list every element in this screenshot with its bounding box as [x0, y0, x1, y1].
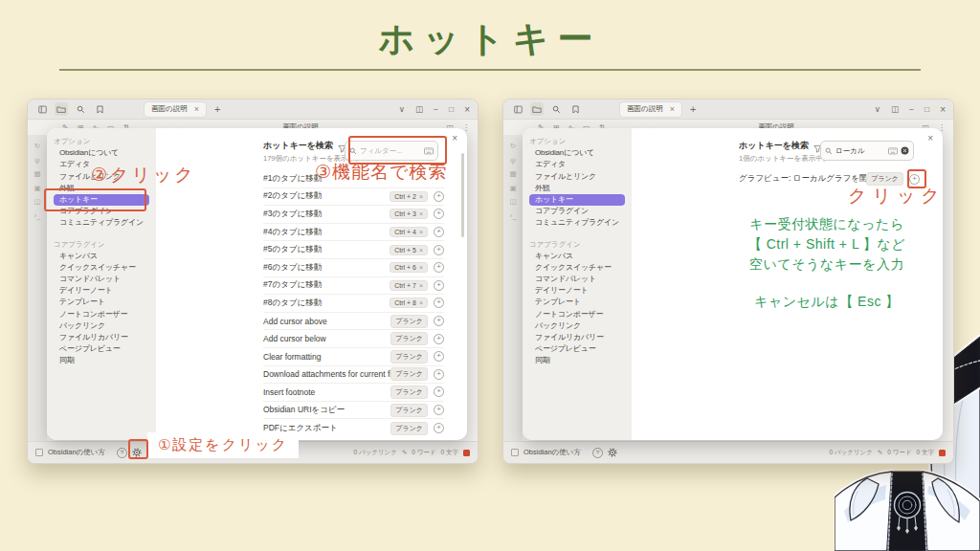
- tab-screen-description[interactable]: 画面の説明 ×: [145, 102, 206, 117]
- add-hotkey-icon[interactable]: +: [434, 386, 444, 397]
- settings-sidebar-item[interactable]: ファイルとリンク: [529, 171, 625, 183]
- graph-view-icon[interactable]: ψ: [34, 157, 39, 165]
- settings-sidebar-item[interactable]: コマンドパレット: [529, 274, 625, 285]
- daily-note-icon[interactable]: ▣: [33, 185, 40, 192]
- window-close-button[interactable]: ×: [464, 104, 470, 115]
- settings-sidebar-item[interactable]: コミュニティプラグイン: [529, 217, 625, 229]
- settings-sidebar-item[interactable]: 外観: [529, 183, 625, 194]
- help-icon[interactable]: ?: [592, 448, 603, 458]
- minimize-button[interactable]: −: [909, 104, 914, 114]
- search-icon[interactable]: [74, 102, 87, 116]
- hotkey-search-input[interactable]: ローカル: [820, 141, 914, 161]
- settings-sidebar-item[interactable]: デイリーノート: [54, 285, 149, 297]
- vault-name[interactable]: Obsidianの使い方: [48, 448, 105, 457]
- settings-sidebar-item[interactable]: ホットキー: [529, 194, 625, 206]
- add-hotkey-icon[interactable]: +: [434, 405, 444, 415]
- settings-sidebar-item[interactable]: ページプレビュー: [529, 343, 625, 355]
- settings-sidebar-item[interactable]: Obsidianについて: [54, 147, 149, 159]
- daily-note-icon[interactable]: ▣: [509, 185, 516, 192]
- terminal-icon[interactable]: ›_: [510, 212, 517, 220]
- scrollbar-thumb[interactable]: [461, 153, 464, 237]
- template-icon[interactable]: ◫: [509, 198, 516, 206]
- terminal-icon[interactable]: ›_: [34, 212, 41, 220]
- hotkey-badge[interactable]: ブランク: [390, 367, 428, 381]
- add-hotkey-icon[interactable]: +: [434, 191, 444, 202]
- hotkey-badge[interactable]: ブランク: [390, 332, 428, 345]
- add-hotkey-icon[interactable]: +: [434, 262, 444, 273]
- settings-sidebar-item[interactable]: テンプレート: [529, 297, 625, 308]
- template-icon[interactable]: ◫: [33, 198, 40, 206]
- sync-icon[interactable]: ↻: [510, 143, 516, 150]
- remove-hotkey-icon[interactable]: ×: [419, 193, 423, 200]
- add-hotkey-icon[interactable]: +: [434, 351, 444, 362]
- sidebar-toggle-icon[interactable]: [511, 102, 524, 116]
- hotkey-badge[interactable]: ブランク: [390, 386, 428, 399]
- modal-close-icon[interactable]: ×: [927, 133, 933, 143]
- settings-sidebar-item[interactable]: キャンバス: [54, 251, 149, 262]
- bookmark-icon[interactable]: [93, 102, 106, 116]
- status-backlinks[interactable]: 0 バックリンク: [830, 449, 873, 457]
- canvas-icon[interactable]: ▦: [509, 170, 516, 178]
- hotkey-badge[interactable]: Ctrl + 4×: [390, 227, 428, 237]
- settings-sidebar-item[interactable]: コマンドパレット: [54, 274, 149, 285]
- hotkey-badge[interactable]: Ctrl + 5×: [390, 245, 428, 255]
- remove-hotkey-icon[interactable]: ×: [419, 299, 423, 306]
- hotkey-badge[interactable]: Ctrl + 2×: [390, 191, 428, 202]
- new-tab-button[interactable]: +: [690, 104, 696, 115]
- status-alert-icon[interactable]: [463, 450, 470, 456]
- search-icon[interactable]: [549, 102, 563, 116]
- maximize-button[interactable]: □: [449, 104, 454, 114]
- folder-icon[interactable]: [530, 102, 544, 116]
- hotkey-badge[interactable]: Ctrl + 8×: [390, 298, 428, 308]
- sync-icon[interactable]: ↻: [34, 143, 40, 150]
- add-hotkey-icon[interactable]: +: [434, 227, 444, 237]
- sidebar-toggle-icon[interactable]: [35, 102, 49, 116]
- settings-sidebar-item[interactable]: バックリンク: [529, 320, 625, 332]
- settings-sidebar-item[interactable]: ファイルリカバリー: [529, 332, 625, 343]
- tab-list-icon[interactable]: ∨: [399, 104, 405, 114]
- tab-close-icon[interactable]: ×: [670, 105, 675, 114]
- status-backlinks[interactable]: 0 バックリンク: [354, 449, 397, 457]
- add-hotkey-icon[interactable]: +: [434, 209, 444, 219]
- settings-sidebar-item[interactable]: バックリンク: [54, 320, 149, 332]
- modal-close-icon[interactable]: ×: [452, 133, 457, 143]
- settings-sidebar-item[interactable]: デイリーノート: [529, 285, 625, 297]
- settings-sidebar-item[interactable]: ノートコンポーザー: [54, 309, 149, 320]
- add-hotkey-icon[interactable]: +: [434, 316, 444, 326]
- remove-hotkey-icon[interactable]: ×: [419, 229, 423, 235]
- remove-hotkey-icon[interactable]: ×: [419, 264, 423, 271]
- add-hotkey-icon[interactable]: +: [434, 423, 444, 433]
- settings-sidebar-item[interactable]: 同期: [54, 355, 149, 366]
- hotkey-badge[interactable]: ブランク: [390, 404, 428, 417]
- clear-search-icon[interactable]: [901, 146, 909, 155]
- remove-hotkey-icon[interactable]: ×: [419, 247, 423, 253]
- settings-sidebar-item[interactable]: ページプレビュー: [54, 343, 149, 355]
- canvas-icon[interactable]: ▦: [33, 170, 40, 178]
- minimize-button[interactable]: −: [434, 104, 438, 114]
- settings-sidebar-item[interactable]: 同期: [529, 355, 625, 366]
- add-hotkey-icon[interactable]: +: [434, 334, 444, 344]
- settings-sidebar-item[interactable]: エディタ: [529, 159, 625, 170]
- settings-sidebar-item[interactable]: テンプレート: [54, 297, 149, 308]
- keyboard-icon[interactable]: [888, 147, 898, 155]
- settings-sidebar-item[interactable]: クイックスイッチャー: [529, 262, 625, 274]
- tab-screen-description[interactable]: 画面の説明 ×: [620, 102, 681, 117]
- new-tab-button[interactable]: +: [214, 104, 220, 115]
- tab-list-icon[interactable]: ∨: [875, 104, 880, 114]
- hotkey-badge[interactable]: Ctrl + 6×: [390, 262, 428, 273]
- status-alert-icon[interactable]: [939, 450, 946, 456]
- hotkey-badge[interactable]: Ctrl + 3×: [390, 209, 428, 219]
- edit-mode-icon[interactable]: ✎: [402, 449, 407, 456]
- settings-sidebar-item[interactable]: ファイルリカバリー: [54, 332, 149, 343]
- folder-icon[interactable]: [55, 102, 68, 116]
- settings-sidebar-item[interactable]: ノートコンポーザー: [529, 309, 625, 320]
- graph-view-icon[interactable]: ψ: [510, 157, 515, 165]
- bookmark-icon[interactable]: [568, 102, 582, 116]
- add-hotkey-icon[interactable]: +: [434, 245, 444, 255]
- settings-sidebar-item[interactable]: クイックスイッチャー: [54, 262, 149, 274]
- hotkey-badge[interactable]: ブランク: [390, 422, 428, 435]
- settings-sidebar-item[interactable]: Obsidianについて: [529, 147, 625, 159]
- window-close-button[interactable]: ×: [940, 104, 946, 115]
- maximize-button[interactable]: □: [924, 104, 929, 114]
- settings-sidebar-item[interactable]: コアプラグイン: [529, 206, 625, 217]
